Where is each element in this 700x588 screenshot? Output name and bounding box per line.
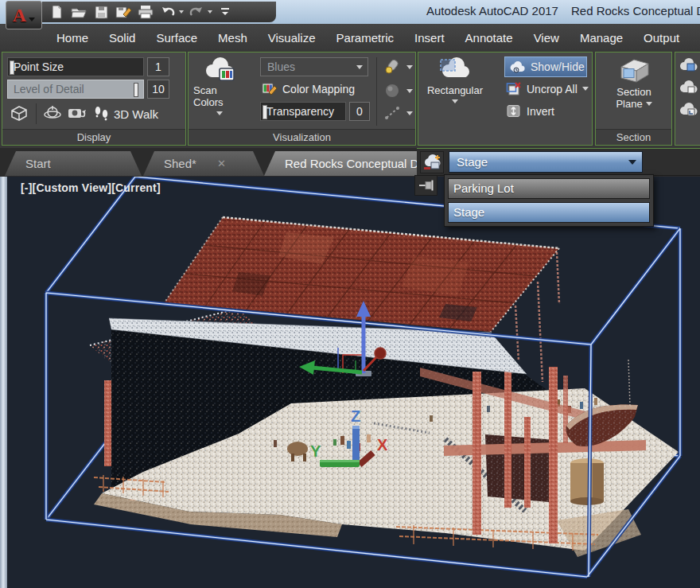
level-of-detail-label: Level of Detail bbox=[14, 83, 84, 95]
file-tab-red-rocks[interactable]: Red Rocks Conceptual De bbox=[264, 151, 431, 176]
level-of-detail-slider[interactable]: Level of Detail bbox=[7, 80, 144, 99]
viewport-left-edge bbox=[0, 177, 7, 588]
ribbon-tab-mesh[interactable]: Mesh bbox=[208, 25, 258, 51]
color-mapping-button[interactable]: Color Mapping bbox=[262, 81, 355, 96]
rectangular-crop-button[interactable]: Rectangular bbox=[422, 56, 488, 103]
crop-state-list: Parking Lot Stage bbox=[444, 174, 654, 227]
axis-z-label: Z bbox=[351, 407, 360, 425]
crop-state-option-parking-lot[interactable]: Parking Lot bbox=[448, 178, 650, 199]
point-cloud-tool-button-1[interactable] bbox=[678, 56, 698, 74]
walk-button[interactable] bbox=[91, 103, 111, 123]
open-button[interactable] bbox=[69, 3, 88, 21]
chevron-down-icon bbox=[216, 111, 223, 115]
ribbon-tab-output[interactable]: Output bbox=[633, 25, 690, 51]
chevron-down-icon bbox=[406, 111, 413, 115]
ribbon-tab-surface[interactable]: Surface bbox=[146, 25, 208, 51]
app-title: Autodesk AutoCAD 2017 bbox=[426, 4, 558, 18]
chevron-down-icon bbox=[582, 87, 589, 91]
divider bbox=[376, 57, 377, 126]
crop-states-slideout: Stage bbox=[417, 148, 700, 176]
cube-icon bbox=[9, 103, 29, 123]
ribbon-tab-insert[interactable]: Insert bbox=[404, 25, 455, 51]
panel-section: Section Plane Section bbox=[595, 52, 672, 146]
path-glyph-button[interactable] bbox=[383, 103, 413, 123]
viewport-controls-label[interactable]: [-][Custom View][Current] bbox=[21, 181, 161, 194]
camera-icon bbox=[66, 103, 88, 123]
color-scheme-select[interactable]: Blues bbox=[260, 57, 368, 76]
light-glyph-button[interactable] bbox=[383, 57, 413, 76]
pin-icon bbox=[418, 179, 435, 192]
invert-label: Invert bbox=[527, 105, 554, 118]
bounding-box-button[interactable] bbox=[9, 103, 29, 123]
file-tab-start[interactable]: Start bbox=[5, 151, 142, 176]
uncrop-all-button[interactable]: Uncrop All bbox=[506, 81, 589, 96]
point-size-slider[interactable]: Point Size bbox=[7, 57, 144, 76]
printer-icon bbox=[137, 4, 154, 20]
point-cloud-tool-button-2[interactable] bbox=[678, 79, 698, 96]
show-hide-label: Show/Hide bbox=[531, 60, 585, 73]
ribbon-tab-view[interactable]: View bbox=[523, 25, 570, 51]
axis-y-label: Y bbox=[310, 442, 321, 460]
new-crop-state-icon bbox=[422, 154, 441, 171]
slider-handle[interactable] bbox=[134, 83, 138, 97]
autocad-logo: A bbox=[13, 5, 26, 26]
panel-title-visualization[interactable]: Visualization bbox=[189, 129, 415, 145]
open-folder-icon bbox=[70, 4, 88, 20]
file-tab-label: Start bbox=[25, 157, 51, 170]
save-icon bbox=[93, 4, 109, 20]
camera-button[interactable] bbox=[66, 103, 88, 123]
orbit-icon bbox=[42, 103, 63, 123]
file-tab-shed[interactable]: Shed* ✕ bbox=[143, 151, 264, 176]
close-tab-icon[interactable]: ✕ bbox=[217, 158, 226, 169]
undo-arrow-icon bbox=[160, 4, 176, 20]
point-cloud-cube-icon bbox=[678, 56, 698, 74]
show-hide-cloud-icon bbox=[508, 60, 526, 74]
ribbon-tab-addins[interactable]: Add-ins bbox=[690, 25, 700, 51]
redo-button[interactable] bbox=[187, 3, 206, 21]
save-as-button[interactable] bbox=[114, 3, 133, 21]
crop-state-combobox[interactable]: Stage bbox=[449, 151, 643, 173]
color-scheme-value: Blues bbox=[267, 60, 295, 73]
save-button[interactable] bbox=[91, 3, 111, 21]
level-of-detail-value[interactable]: 10 bbox=[147, 80, 169, 99]
uncrop-all-icon bbox=[506, 81, 522, 96]
point-size-value[interactable]: 1 bbox=[147, 57, 169, 76]
application-menu-button[interactable]: A bbox=[6, 1, 42, 29]
new-crop-state-button[interactable] bbox=[420, 151, 444, 173]
panel-title-section[interactable]: Section bbox=[596, 129, 671, 145]
ribbon-tab-solid[interactable]: Solid bbox=[99, 25, 146, 51]
ribbon-tab-parametric[interactable]: Parametric bbox=[326, 25, 405, 51]
chevron-down-icon bbox=[406, 65, 413, 69]
file-tab-label: Shed* bbox=[164, 157, 196, 170]
crop-state-option-stage[interactable]: Stage bbox=[448, 202, 650, 223]
viewport[interactable]: Z X Y [-][Custom View][Current] bbox=[0, 177, 700, 588]
document-title: Red Rocks Conceptual D bbox=[571, 4, 700, 18]
transparency-value[interactable]: 0 bbox=[349, 102, 370, 121]
qat-customize-button[interactable] bbox=[216, 3, 235, 21]
plot-button[interactable] bbox=[136, 3, 155, 21]
ribbon-tab-visualize[interactable]: Visualize bbox=[258, 25, 326, 51]
undo-button[interactable] bbox=[158, 3, 177, 21]
undo-options-chevron-icon[interactable] bbox=[179, 10, 184, 14]
scan-colors-button[interactable]: Scan Colors bbox=[193, 56, 246, 115]
panel-title-display[interactable]: Display bbox=[2, 129, 185, 145]
chevron-down-icon bbox=[628, 160, 636, 165]
file-tab-label: Red Rocks Conceptual De bbox=[285, 157, 426, 170]
orbit-button[interactable] bbox=[42, 103, 63, 123]
redo-arrow-icon bbox=[189, 4, 204, 20]
autocad-window: Autodesk AutoCAD 2017 Red Rocks Conceptu… bbox=[0, 0, 700, 588]
transparency-slider[interactable]: Transparency bbox=[260, 102, 346, 121]
sphere-glyph-button[interactable] bbox=[383, 81, 413, 100]
point-cloud-tool-button-3[interactable] bbox=[678, 101, 698, 119]
section-plane-button[interactable]: Section Plane bbox=[602, 56, 666, 110]
new-file-button[interactable] bbox=[47, 3, 66, 21]
invert-crop-button[interactable]: Invert bbox=[506, 103, 554, 119]
ribbon-tab-manage[interactable]: Manage bbox=[570, 25, 633, 51]
redo-options-chevron-icon[interactable] bbox=[208, 10, 212, 14]
show-hide-button[interactable]: Show/Hide bbox=[504, 56, 587, 77]
ribbon-tab-home[interactable]: Home bbox=[46, 25, 99, 51]
ribbon-tab-annotate[interactable]: Annotate bbox=[455, 25, 523, 51]
pin-slideout-button[interactable] bbox=[414, 175, 438, 196]
crop-state-selected-value: Stage bbox=[457, 155, 488, 169]
scan-colors-label: Scan Colors bbox=[193, 84, 246, 108]
